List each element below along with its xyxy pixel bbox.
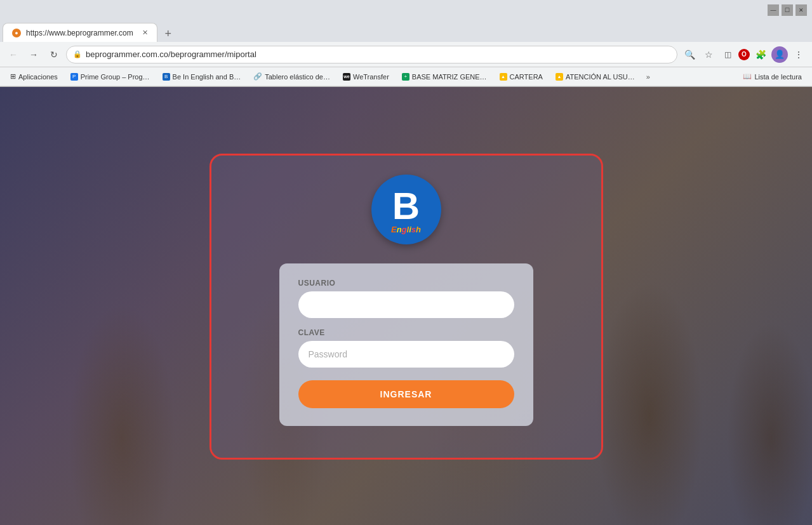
bookmark-atencion[interactable]: ▲ ATENCIÓN AL USU… <box>550 71 640 83</box>
tab-title: https://www.beprogrammer.com <box>26 29 133 37</box>
clave-input[interactable] <box>298 341 514 368</box>
prime-favicon: P <box>70 73 78 81</box>
form-panel: USUARIO CLAVE INGRESAR <box>279 263 533 426</box>
back-button[interactable]: ← <box>5 46 22 63</box>
bookmark-cartera[interactable]: ▲ CARTERA <box>495 71 548 83</box>
usuario-input[interactable] <box>298 291 514 318</box>
tab-close-button[interactable]: ✕ <box>142 29 148 37</box>
wetransfer-favicon: we <box>343 73 350 81</box>
window-controls[interactable]: — ☐ ✕ <box>768 4 807 16</box>
star-icon[interactable]: ☆ <box>700 46 717 63</box>
browser-chrome: — ☐ ✕ ● https://www.beprogrammer.com ✕ +… <box>0 0 812 87</box>
opera-icon[interactable]: O <box>738 49 750 60</box>
logo-circle: B English <box>371 175 441 244</box>
address-text: beprogrammer.com.co/beprogrammer/miporta… <box>86 50 256 59</box>
extensions-icon[interactable]: ◫ <box>719 46 736 63</box>
usuario-label: USUARIO <box>298 279 514 288</box>
clave-label: CLAVE <box>298 328 514 337</box>
atencion-favicon: ▲ <box>556 73 563 81</box>
puzzle-icon[interactable]: 🧩 <box>752 46 769 63</box>
more-bookmarks-button[interactable]: » <box>642 71 654 83</box>
nav-right-icons: 🔍 ☆ ◫ O 🧩 👤 ⋮ <box>681 46 807 63</box>
cartera-favicon: ▲ <box>500 73 507 81</box>
reading-list-icon: 📖 <box>743 72 752 81</box>
new-tab-button[interactable]: + <box>160 25 176 42</box>
link-icon: 🔗 <box>253 72 262 81</box>
login-card: B English USUARIO CLAVE INGRESAR <box>210 154 603 460</box>
card-inner: B English USUARIO CLAVE INGRESAR <box>211 156 601 458</box>
bookmark-aplicaciones[interactable]: ⊞ Aplicaciones <box>5 70 63 83</box>
menu-icon[interactable]: ⋮ <box>790 46 807 63</box>
nav-bar: ← → ↻ 🔒 beprogrammer.com.co/beprogrammer… <box>0 42 812 67</box>
tab-bar: ● https://www.beprogrammer.com ✕ + <box>0 20 812 42</box>
apps-icon: ⊞ <box>10 72 16 81</box>
refresh-button[interactable]: ↻ <box>46 46 62 63</box>
forward-button[interactable]: → <box>25 46 42 63</box>
title-bar: — ☐ ✕ <box>0 0 812 20</box>
close-button[interactable]: ✕ <box>795 4 807 16</box>
active-tab[interactable]: ● https://www.beprogrammer.com ✕ <box>3 23 157 42</box>
bookmark-prime-group[interactable]: P Prime Group – Prog… <box>65 71 155 83</box>
bookmark-wetransfer[interactable]: we WeTransfer <box>338 71 394 83</box>
tab-favicon-icon: ● <box>12 29 21 37</box>
logo-letter: B <box>392 187 420 225</box>
beprogrammer-favicon: B <box>163 73 170 81</box>
reading-list-button[interactable]: 📖 Lista de lectura <box>738 70 807 83</box>
maximize-button[interactable]: ☐ <box>782 4 793 16</box>
lock-icon: 🔒 <box>73 50 82 58</box>
login-button[interactable]: INGRESAR <box>298 380 514 408</box>
bookmark-base-matriz[interactable]: + BASE MATRIZ GENE… <box>397 71 492 83</box>
page-background: B English USUARIO CLAVE INGRESAR <box>0 87 812 525</box>
bookmark-tablero[interactable]: 🔗 Tablero elástico de… <box>248 70 335 83</box>
address-bar[interactable]: 🔒 beprogrammer.com.co/beprogrammer/mipor… <box>66 46 677 63</box>
minimize-button[interactable]: — <box>768 4 779 16</box>
bookmark-be-in-english[interactable]: B Be In English and B… <box>157 71 246 83</box>
logo-subtext: English <box>391 225 421 234</box>
profile-icon[interactable]: 👤 <box>771 46 788 63</box>
search-icon[interactable]: 🔍 <box>681 46 698 63</box>
base-favicon: + <box>402 73 409 81</box>
bookmarks-bar: ⊞ Aplicaciones P Prime Group – Prog… B B… <box>0 67 812 86</box>
